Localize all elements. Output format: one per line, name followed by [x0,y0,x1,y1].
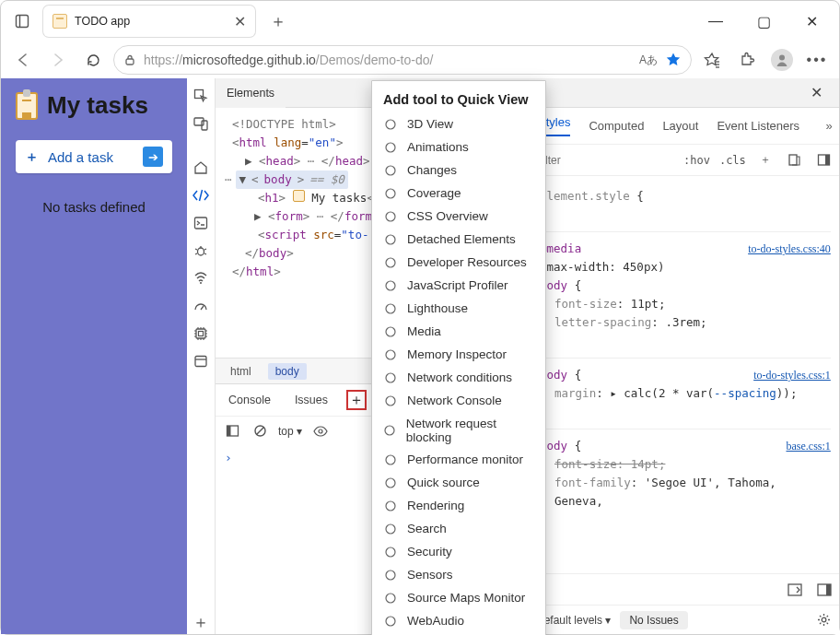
favorites-bar-icon[interactable] [697,45,727,75]
favorite-icon[interactable] [665,52,682,68]
eye-icon[interactable] [311,422,330,441]
popup-item[interactable]: Coverage [372,182,545,205]
profile-avatar[interactable] [767,45,797,75]
popup-item[interactable]: WebAudio [372,609,545,632]
context-selector[interactable]: top ▾ [278,425,302,438]
issues-tab[interactable]: Issues [287,389,335,411]
browser-tab[interactable]: TODO app ✕ [43,6,255,37]
popup-item[interactable]: Sensors [372,563,545,586]
no-issues-chip[interactable]: No Issues [620,611,687,629]
svg-point-42 [386,396,395,406]
popup-item[interactable]: Media [372,320,545,343]
reading-mode-icon[interactable]: Aあ [639,53,658,68]
popup-item[interactable]: Performance monitor [372,448,545,471]
stylesheet-link[interactable]: to-do-styles.css:1 [753,366,831,384]
popup-item[interactable]: Source Maps Monitor [372,586,545,609]
popup-item[interactable]: Changes [372,159,545,182]
svg-point-6 [779,55,785,61]
popup-item[interactable]: Security [372,540,545,563]
new-tab-button[interactable]: ＋ [262,6,294,36]
clipboard-icon [16,92,38,120]
hov-toggle[interactable]: :hov [683,154,710,167]
svg-line-13 [201,306,204,310]
stylesheet-link[interactable]: to-do-styles.css:40 [748,240,831,258]
tool-item-icon [383,163,398,178]
dock2-icon[interactable] [814,580,834,600]
popup-item[interactable]: Rendering [372,494,545,517]
popup-item[interactable]: 3D View [372,112,545,135]
popup-item-label: Performance monitor [407,453,523,466]
device-icon[interactable] [187,112,215,135]
back-button[interactable] [8,45,38,75]
popup-item[interactable]: JavaScript Profiler [372,274,545,297]
popup-item[interactable]: Detached Elements [372,228,545,251]
minimize-button[interactable]: — [695,7,736,35]
console-settings-icon[interactable] [814,610,834,630]
crumb-html[interactable]: html [223,363,259,380]
close-window-button[interactable]: ✕ [791,7,832,35]
performance-icon[interactable] [187,294,215,318]
popup-item[interactable]: Network conditions [372,366,545,389]
popup-item[interactable]: Quick source [372,471,545,494]
tab-event-listeners[interactable]: Event Listeners [717,119,799,133]
svg-point-29 [822,617,827,622]
popup-item-label: CSS Overview [407,209,488,223]
popup-item[interactable]: Memory Inspector [372,343,545,366]
popup-item[interactable]: CSS Overview [372,205,545,228]
console-tab[interactable]: Console [221,389,278,411]
cls-toggle[interactable]: .cls [719,154,746,167]
crumb-body[interactable]: body [268,363,307,380]
dock-icon[interactable] [785,580,805,600]
popup-item[interactable]: Lighthouse [372,297,545,320]
bug-icon[interactable] [187,239,215,263]
svg-point-39 [386,327,395,336]
elements-tab[interactable]: Elements [216,78,286,108]
popup-item[interactable]: Network Console [372,389,545,412]
close-devtools-icon[interactable]: ✕ [805,84,839,101]
welcome-icon[interactable] [187,156,215,180]
popup-item[interactable]: Network request blocking [372,412,545,448]
extensions-icon[interactable] [732,45,762,75]
submit-task-button[interactable]: ➔ [143,147,163,167]
styles-rules[interactable]: element.style { } to-do-styles.css:40 @m… [529,176,839,573]
refresh-button[interactable] [78,45,108,75]
memory-icon[interactable] [187,322,215,346]
toggle-panel-icon[interactable] [814,150,834,171]
popup-item[interactable]: Developer Resources [372,251,545,274]
add-tool-popup: Add tool to Quick View 3D ViewAnimations… [371,80,546,635]
more-tabs-icon[interactable]: » [826,119,833,133]
network-icon[interactable] [187,266,215,290]
popup-item-label: JavaScript Profiler [407,278,508,292]
levels-selector[interactable]: Default levels ▾ [536,614,611,627]
stylesheet-link[interactable]: base.css:1 [786,437,830,455]
close-tab-icon[interactable]: ✕ [234,13,246,30]
clear-console-icon[interactable] [251,422,269,441]
styles-filter-row: :hov .cls ＋ [529,145,839,176]
console-tool-icon[interactable] [187,211,215,235]
svg-rect-0 [17,16,29,28]
settings-menu-icon[interactable]: ••• [802,45,832,75]
popup-item-label: WebAudio [407,614,464,628]
more-tools-icon[interactable]: ＋ [187,610,215,634]
popup-item[interactable]: Animations [372,135,545,159]
new-style-rule-icon[interactable]: ＋ [755,150,776,171]
add-task-input[interactable]: ＋ Add a task ➔ [16,140,172,173]
application-icon[interactable] [187,349,215,373]
tab-layout[interactable]: Layout [662,119,698,133]
elements-tool-icon[interactable] [187,183,215,207]
inspect-icon[interactable] [187,84,215,108]
popup-item-label: Developer Resources [407,255,527,269]
styles-filter-input[interactable] [536,154,674,167]
add-tool-button[interactable]: ＋ [346,390,367,410]
maximize-button[interactable]: ▢ [743,7,784,35]
tab-computed[interactable]: Computed [589,119,644,133]
dom-body-selected[interactable]: ▼<body> == $0 [236,171,348,189]
tab-actions-icon[interactable] [8,7,36,35]
toggle-common-icon[interactable] [785,150,805,171]
address-bar[interactable]: https://microsoftedge.github.io/Demos/de… [113,45,692,75]
browser-window: TODO app ✕ ＋ — ▢ ✕ https://microsoftedge… [0,0,840,635]
popup-item[interactable]: Search [372,517,545,540]
tool-item-icon [383,186,398,201]
svg-rect-19 [227,426,230,436]
sidebar-toggle-icon[interactable] [223,422,241,441]
